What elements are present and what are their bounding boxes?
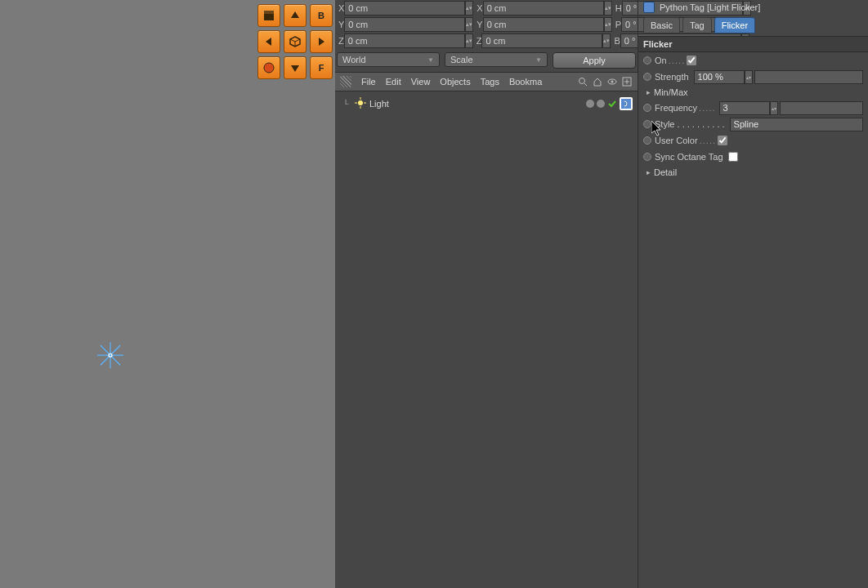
attr-label: Frequency: [655, 103, 714, 113]
tool-button-down[interactable]: [284, 56, 306, 79]
coord-y-input[interactable]: [344, 17, 465, 32]
section-header: Flicker: [638, 36, 868, 52]
keyframe-dot-icon[interactable]: [643, 136, 651, 145]
layer-dot-icon[interactable]: [586, 100, 594, 108]
python-tag-icon[interactable]: [620, 97, 633, 110]
strength-slider[interactable]: [754, 70, 863, 84]
viewport-3d[interactable]: [0, 0, 335, 588]
check-icon[interactable]: [607, 99, 617, 109]
svg-line-9: [584, 83, 587, 86]
on-checkbox[interactable]: [687, 56, 696, 65]
strength-input[interactable]: [694, 70, 745, 84]
menu-tags[interactable]: Tags: [481, 77, 499, 87]
object-tree[interactable]: └ Light: [335, 91, 638, 116]
attr-frequency: Frequency ▴▾: [638, 100, 868, 116]
chevron-right-icon: ▸: [647, 168, 651, 176]
eye-icon[interactable]: [606, 76, 618, 87]
stepper[interactable]: ▴▾: [465, 33, 473, 48]
keyframe-dot-icon[interactable]: [643, 56, 651, 65]
svg-point-11: [611, 81, 614, 83]
stepper[interactable]: ▴▾: [745, 70, 753, 84]
tree-branch-icon: └: [340, 100, 351, 109]
tab-tag[interactable]: Tag: [682, 17, 712, 33]
stepper[interactable]: ▴▾: [465, 17, 473, 32]
attribute-title: Python Tag [Light Flicker]: [638, 0, 868, 15]
tool-button-sphere[interactable]: [257, 56, 280, 79]
attr-strength: Strength ▴▾: [638, 69, 868, 85]
menu-file[interactable]: File: [361, 77, 376, 87]
tabs: Basic Tag Flicker: [638, 15, 868, 36]
svg-point-15: [358, 100, 363, 105]
minmax-collapsible[interactable]: ▸ Min/Max: [638, 85, 868, 100]
visibility-dot-icon[interactable]: [597, 100, 605, 108]
tool-button-cube[interactable]: [284, 30, 306, 53]
object-name[interactable]: Light: [369, 99, 389, 109]
stepper[interactable]: ▴▾: [602, 33, 611, 48]
coord-h-label: H: [612, 3, 622, 13]
svg-point-7: [264, 63, 274, 73]
horizon-line: [0, 355, 335, 356]
plus-icon[interactable]: [621, 76, 633, 87]
coordinate-panel: X ▴▾ X ▴▾ H ▴▾ Y ▴▾ Y ▴▾ P ▴▾ Z ▴▾ Z ▴▾ …: [335, 0, 638, 74]
frequency-slider[interactable]: [780, 101, 863, 115]
tool-button-left[interactable]: [257, 30, 280, 53]
coord-y2-input[interactable]: [483, 17, 604, 32]
usercolor-checkbox[interactable]: [718, 136, 727, 145]
coord-x2-input[interactable]: [483, 1, 604, 16]
attr-style: Style . . . . . . . . . . Spline: [638, 116, 868, 132]
grid-line: [0, 188, 335, 189]
attr-usercolor: User Color: [638, 132, 868, 149]
attr-label: Strength: [655, 72, 689, 82]
coord-b-label: B: [611, 36, 620, 46]
coord-mode-select[interactable]: World▼: [337, 52, 440, 67]
coord-z2-input[interactable]: [481, 33, 602, 48]
style-select[interactable]: Spline: [730, 118, 863, 131]
light-icon: [355, 97, 366, 110]
menu-view[interactable]: View: [411, 77, 431, 87]
object-menu-bar: File Edit View Objects Tags Bookma: [335, 73, 638, 91]
svg-rect-6: [264, 11, 274, 14]
menu-bookmarks[interactable]: Bookma: [509, 77, 542, 87]
coord-scale-select[interactable]: Scale▼: [445, 52, 548, 67]
viewport-tools: B F: [257, 4, 333, 79]
menu-objects[interactable]: Objects: [440, 77, 470, 87]
attr-label: Sync Octane Tag: [655, 152, 723, 162]
apply-button[interactable]: Apply: [553, 52, 636, 69]
coord-x-input[interactable]: [344, 1, 465, 16]
coord-y-label: Y: [335, 20, 344, 29]
tab-flicker[interactable]: Flicker: [714, 17, 755, 33]
frequency-input[interactable]: [719, 101, 770, 115]
panel-grip-icon[interactable]: [340, 76, 351, 87]
coord-x2-label: X: [473, 3, 482, 13]
tool-button-up[interactable]: [284, 4, 306, 27]
tab-basic[interactable]: Basic: [643, 17, 680, 33]
tool-button-right[interactable]: [310, 30, 333, 53]
keyframe-dot-icon[interactable]: [643, 104, 651, 112]
stepper[interactable]: ▴▾: [770, 101, 778, 115]
detail-collapsible[interactable]: ▸ Detail: [638, 165, 868, 180]
coord-x-label: X: [335, 3, 344, 13]
stepper[interactable]: ▴▾: [604, 17, 612, 32]
menu-edit[interactable]: Edit: [386, 77, 401, 87]
keyframe-dot-icon[interactable]: [643, 120, 651, 128]
coord-z-input[interactable]: [344, 33, 465, 48]
attr-on: On: [638, 52, 868, 69]
tree-row-light[interactable]: └ Light: [340, 96, 633, 111]
tool-button-1[interactable]: [257, 4, 280, 27]
search-icon[interactable]: [577, 76, 588, 87]
attr-syncoctane: Sync Octane Tag: [638, 149, 868, 165]
home-icon[interactable]: [592, 76, 603, 87]
svg-point-8: [579, 78, 585, 84]
coord-y2-label: Y: [473, 20, 482, 29]
tool-button-f[interactable]: F: [310, 56, 333, 79]
stepper[interactable]: ▴▾: [465, 1, 473, 16]
keyframe-dot-icon[interactable]: [643, 153, 651, 161]
chevron-right-icon: ▸: [647, 88, 651, 96]
syncoctane-checkbox[interactable]: [728, 152, 738, 162]
coord-z-label: Z: [335, 36, 344, 46]
keyframe-dot-icon[interactable]: [643, 73, 651, 81]
stepper[interactable]: ▴▾: [604, 1, 612, 16]
tool-button-b[interactable]: B: [310, 4, 333, 27]
chevron-down-icon: ▼: [427, 56, 434, 64]
attribute-manager: Python Tag [Light Flicker] Basic Tag Fli…: [638, 0, 868, 588]
